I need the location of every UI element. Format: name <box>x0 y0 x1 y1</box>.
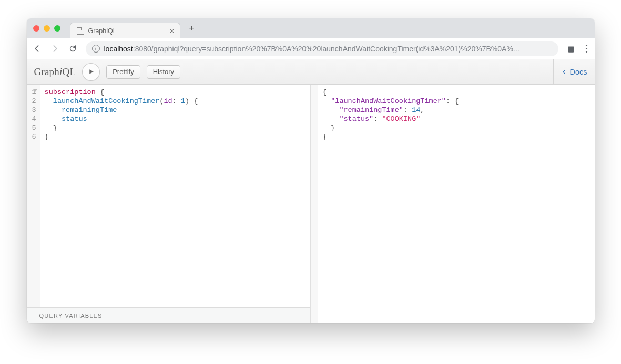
window-controls <box>33 25 60 32</box>
browser-window: GraphiQL × + i localhost:8080/graphiql?q… <box>27 18 595 323</box>
site-info-icon[interactable]: i <box>92 45 100 53</box>
chevron-left-icon <box>562 69 566 75</box>
prettify-button[interactable]: Prettify <box>106 65 140 79</box>
url-host: localhost <box>104 45 133 53</box>
result-gutter <box>311 85 318 323</box>
url-path: :8080/graphiql?query=subscription%20%7B%… <box>133 45 520 53</box>
toolbar: GraphiQL Prettify History Docs <box>27 59 595 85</box>
browser-menu-button[interactable] <box>584 45 589 53</box>
window-maximize-button[interactable] <box>54 25 60 32</box>
execute-button[interactable] <box>82 63 100 81</box>
query-code[interactable]: subscription { launchAndWaitCookingTimer… <box>40 85 202 307</box>
history-button[interactable]: History <box>147 65 180 79</box>
graphiql-app: GraphiQL Prettify History Docs 1 2 3 <box>27 59 595 323</box>
query-variables-bar[interactable]: Query Variables <box>27 307 311 323</box>
window-minimize-button[interactable] <box>44 25 50 32</box>
browser-tab[interactable]: GraphiQL × <box>70 23 180 38</box>
fold-icon[interactable] <box>33 89 37 92</box>
nav-forward-button[interactable] <box>50 44 60 54</box>
docs-toggle[interactable]: Docs <box>553 59 594 84</box>
query-pane: 1 2 3 4 5 6 subscription { launchAndWait… <box>27 85 311 323</box>
extensions-icon[interactable] <box>566 44 576 54</box>
app-logo: GraphiQL <box>34 66 76 78</box>
line-gutter: 1 2 3 4 5 6 <box>27 85 40 307</box>
result-code: { "launchAndWaitCookingTimer": { "remain… <box>318 85 463 323</box>
nav-reload-button[interactable] <box>68 44 78 54</box>
query-editor[interactable]: 1 2 3 4 5 6 subscription { launchAndWait… <box>27 85 311 307</box>
window-close-button[interactable] <box>33 25 39 32</box>
editor-panes: 1 2 3 4 5 6 subscription { launchAndWait… <box>27 85 595 323</box>
tab-close-button[interactable]: × <box>170 27 175 35</box>
address-bar: i localhost:8080/graphiql?query=subscrip… <box>27 38 595 59</box>
new-tab-button[interactable]: + <box>185 21 199 36</box>
tab-title: GraphiQL <box>88 27 117 35</box>
url-input[interactable]: i localhost:8080/graphiql?query=subscrip… <box>86 41 558 56</box>
result-pane: { "launchAndWaitCookingTimer": { "remain… <box>311 85 595 323</box>
docs-label: Docs <box>569 68 587 76</box>
result-viewer[interactable]: { "launchAndWaitCookingTimer": { "remain… <box>311 85 595 323</box>
tab-strip: GraphiQL × + <box>27 18 595 38</box>
nav-back-button[interactable] <box>32 44 43 54</box>
page-icon <box>77 27 84 35</box>
